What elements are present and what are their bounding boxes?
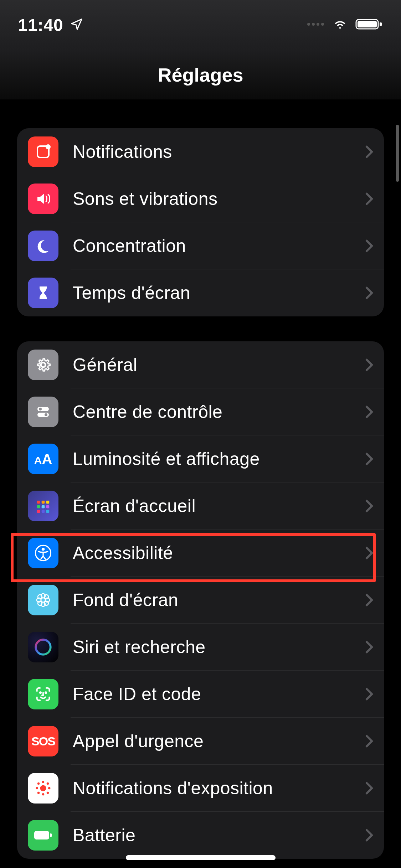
- row-label: Notifications d'exposition: [73, 778, 365, 799]
- svg-rect-13: [37, 501, 40, 504]
- status-time: 11:40: [18, 15, 63, 35]
- svg-point-36: [40, 785, 46, 791]
- battery-icon: [355, 17, 383, 32]
- svg-point-10: [39, 408, 42, 410]
- status-left: 11:40: [18, 15, 83, 35]
- page-title: Réglages: [158, 64, 243, 86]
- chevron-right-icon: [365, 640, 373, 654]
- wallpaper-icon: [28, 585, 58, 615]
- row-general[interactable]: Général: [17, 341, 384, 388]
- row-label: Concentration: [73, 236, 365, 256]
- exposure-icon: [28, 773, 58, 804]
- faceid-icon: [28, 679, 58, 709]
- svg-point-23: [42, 548, 45, 551]
- settings-content: Notifications Sons et vibrations Concent…: [0, 100, 401, 868]
- page-header: Réglages: [0, 50, 401, 100]
- row-siri[interactable]: Siri et recherche: [17, 624, 384, 671]
- row-label: Fond d'écran: [73, 590, 365, 610]
- row-label: Batterie: [73, 825, 365, 846]
- chevron-right-icon: [365, 499, 373, 513]
- svg-rect-20: [42, 510, 45, 513]
- settings-group-1: Notifications Sons et vibrations Concent…: [17, 128, 384, 316]
- row-focus[interactable]: Concentration: [17, 222, 384, 269]
- chevron-right-icon: [365, 593, 373, 607]
- row-label: Temps d'écran: [73, 283, 365, 303]
- row-wallpaper[interactable]: Fond d'écran: [17, 577, 384, 624]
- battery-settings-icon: [28, 820, 58, 851]
- svg-point-35: [45, 692, 46, 693]
- svg-point-3: [321, 23, 324, 26]
- svg-rect-15: [46, 501, 50, 504]
- row-label: Accessibilité: [73, 543, 365, 563]
- svg-rect-45: [34, 831, 49, 839]
- chevron-right-icon: [365, 358, 373, 372]
- settings-group-2: Général Centre de contrôle AA Luminosité…: [17, 341, 384, 859]
- notifications-icon: [28, 136, 58, 167]
- svg-point-37: [42, 781, 44, 783]
- chevron-right-icon: [365, 546, 373, 560]
- control-center-icon: [28, 397, 58, 427]
- status-bar: 11:40: [0, 0, 401, 50]
- row-label: Général: [73, 355, 365, 375]
- svg-rect-5: [358, 21, 377, 27]
- row-label: Sons et vibrations: [73, 188, 365, 209]
- emergency-icon: SOS: [28, 726, 58, 756]
- chevron-right-icon: [365, 405, 373, 419]
- display-icon: AA: [28, 444, 58, 474]
- row-label: Siri et recherche: [73, 637, 365, 657]
- scroll-indicator[interactable]: [396, 125, 399, 182]
- row-home-screen[interactable]: Écran d'accueil: [17, 482, 384, 529]
- svg-point-33: [36, 640, 51, 655]
- row-faceid[interactable]: Face ID et code: [17, 671, 384, 718]
- home-screen-icon: [28, 491, 58, 521]
- svg-rect-14: [42, 501, 45, 504]
- row-label: Écran d'accueil: [73, 496, 365, 516]
- svg-point-44: [47, 792, 49, 794]
- location-arrow-icon: [70, 15, 83, 35]
- row-screentime[interactable]: Temps d'écran: [17, 269, 384, 316]
- wifi-icon: [331, 17, 349, 32]
- row-exposure[interactable]: Notifications d'exposition: [17, 765, 384, 812]
- svg-rect-6: [380, 22, 382, 26]
- svg-point-34: [40, 692, 41, 693]
- chevron-right-icon: [365, 687, 373, 701]
- svg-rect-18: [46, 505, 50, 508]
- accessibility-icon: [28, 538, 58, 568]
- svg-point-43: [37, 792, 40, 794]
- svg-rect-17: [42, 505, 45, 508]
- row-accessibility[interactable]: Accessibilité: [17, 529, 384, 577]
- screentime-icon: [28, 278, 58, 308]
- row-label: Appel d'urgence: [73, 731, 365, 751]
- row-label: Face ID et code: [73, 684, 365, 704]
- row-sounds[interactable]: Sons et vibrations: [17, 175, 384, 222]
- row-display[interactable]: AA Luminosité et affichage: [17, 435, 384, 482]
- row-control-center[interactable]: Centre de contrôle: [17, 388, 384, 435]
- row-battery[interactable]: Batterie: [17, 812, 384, 859]
- svg-point-0: [307, 23, 310, 26]
- chevron-right-icon: [365, 286, 373, 300]
- row-emergency[interactable]: SOS Appel d'urgence: [17, 718, 384, 765]
- chevron-right-icon: [365, 145, 373, 159]
- cellular-dots-icon: [307, 22, 325, 28]
- gear-icon: [28, 350, 58, 380]
- svg-point-1: [312, 23, 315, 26]
- row-label: Centre de contrôle: [73, 402, 365, 422]
- row-notifications[interactable]: Notifications: [17, 128, 384, 175]
- home-indicator[interactable]: [126, 855, 276, 860]
- svg-point-38: [42, 793, 44, 795]
- chevron-right-icon: [365, 828, 373, 842]
- svg-point-41: [37, 782, 40, 785]
- status-right: [307, 17, 383, 32]
- chevron-right-icon: [365, 192, 373, 206]
- svg-rect-46: [50, 833, 52, 837]
- chevron-right-icon: [365, 734, 373, 748]
- svg-rect-19: [37, 510, 40, 513]
- siri-icon: [28, 632, 58, 662]
- row-label: Luminosité et affichage: [73, 449, 365, 469]
- chevron-right-icon: [365, 239, 373, 253]
- svg-point-40: [48, 787, 50, 789]
- row-label: Notifications: [73, 141, 365, 162]
- svg-point-12: [45, 413, 47, 416]
- svg-rect-16: [37, 505, 40, 508]
- svg-point-42: [47, 782, 49, 785]
